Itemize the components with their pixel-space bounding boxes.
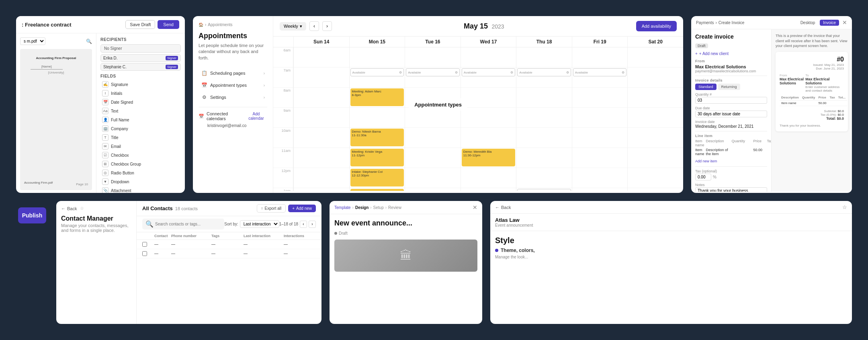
field-checkbox-label: Checkbox <box>111 153 129 158</box>
zoom-select[interactable]: s m.pdf <box>20 37 45 45</box>
invoice-from-to: From Max Electrical Solutions To Max Ele… <box>780 74 844 92</box>
event-type-label: Event announcement <box>495 223 533 227</box>
line-item-label: Line item <box>695 134 767 138</box>
available-fri-7am[interactable]: Available ⚙ <box>573 68 627 76</box>
all-contacts-title: All Contacts <box>142 205 173 211</box>
signer2-badge: Signer <box>166 65 178 69</box>
event-demo-nitesh[interactable]: Demo: Nitesh Barna11-11:30a <box>350 129 404 146</box>
available-mon-7am[interactable]: Available ⚙ <box>350 68 404 76</box>
sort-select[interactable]: Last interaction <box>240 220 279 228</box>
desktop-view-tab[interactable]: Desktop <box>797 20 819 26</box>
save-draft-button[interactable]: Save Draft <box>125 20 155 29</box>
next-week-button[interactable]: › <box>322 21 332 31</box>
contract-zoom-row: s m.pdf 🔍 <box>20 37 92 45</box>
returning-tab[interactable]: Returning <box>718 84 740 90</box>
row-checkbox[interactable] <box>142 251 147 256</box>
add-client-button[interactable]: + + Add new client <box>695 51 729 56</box>
next-page-button[interactable]: › <box>309 221 316 228</box>
quantity-input[interactable] <box>695 97 767 104</box>
field-checkbox[interactable]: ☑ Checkbox <box>100 151 181 160</box>
style-back-button[interactable]: ← Back <box>495 205 511 210</box>
row-checkbox[interactable] <box>142 242 147 247</box>
due-date-input[interactable] <box>695 111 767 117</box>
calendar-body: 6am 7am 8am 9am 10am 11am 12pm 1pm 2pm <box>273 47 683 191</box>
field-initials[interactable]: I Initials <box>100 89 181 98</box>
notes-input[interactable] <box>695 187 767 192</box>
field-company[interactable]: 🏢 Company <box>100 124 181 133</box>
invoice-details-label: Invoice details <box>695 78 767 82</box>
setup-link[interactable]: Setup <box>373 205 384 210</box>
calendar-grid: Sun 14 Mon 15 Tue 16 Wed 17 Thu 18 <box>273 37 683 191</box>
payments-link[interactable]: Payments <box>696 20 714 25</box>
add-availability-button[interactable]: Add availability <box>636 21 677 31</box>
add-item-button[interactable]: Add new item <box>695 159 717 163</box>
weekly-view-button[interactable]: Weekly ▾ <box>280 22 306 31</box>
contact-manager-title: Contact Manager <box>61 215 131 222</box>
publish-button[interactable]: Publish <box>18 207 46 223</box>
no-signer-button[interactable]: No Signer <box>100 44 181 53</box>
invoice-close-button[interactable]: ✕ <box>842 19 847 26</box>
preview-notes: Thank you for your business. <box>780 124 844 127</box>
day-header-wed: Wed 17 <box>461 37 516 47</box>
standard-tab[interactable]: Standard <box>695 84 717 90</box>
event-meeting-adam[interactable]: Meeting: Adam Marc8-9pm <box>350 88 404 106</box>
event-meeting-adam2[interactable]: Meeting: Adam Marc1-2pm <box>350 189 404 191</box>
style-bookmark-icon[interactable]: ☆ <box>842 204 847 210</box>
scheduling-icon: 📋 <box>201 70 207 76</box>
back-arrow-icon: ← <box>61 206 66 211</box>
available-fri-icon: ⚙ <box>622 71 624 74</box>
event-body: New event announce... Draft 🏛 <box>330 214 482 305</box>
available-options-icon: ⚙ <box>399 71 402 74</box>
contacts-table-header: Contact Phone number Tags Last interacti… <box>137 232 321 240</box>
event-intake-stephanie[interactable]: Intake: Stephanie Col12-12:30pm <box>350 169 404 186</box>
calendar-days-header: Sun 14 Mon 15 Tue 16 Wed 17 Thu 18 <box>273 37 683 47</box>
template-link[interactable]: Template <box>334 205 351 210</box>
field-date-signed[interactable]: 📅 Date Signed <box>100 98 181 107</box>
event-header: Template › Design › Setup › Review ✕ <box>330 201 482 214</box>
field-checkbox-group[interactable]: ⊞ Checkbox Group <box>100 160 181 168</box>
create-invoice-link[interactable]: Create Invoice <box>719 20 744 25</box>
add-calendar-button[interactable]: Add calendar <box>245 112 267 121</box>
prev-page-button[interactable]: ‹ <box>300 221 307 228</box>
field-signature[interactable]: ✍ Signature <box>100 80 181 89</box>
invoice-preview: This is a preview of the invoice that yo… <box>772 29 852 192</box>
field-fullname[interactable]: 👤 Full Name <box>100 115 181 124</box>
style-firm-row: Atlas Law Event announcement <box>490 214 852 231</box>
event-demo-meredith[interactable]: Demo: Meredith Bla11:30-12pm <box>462 149 516 166</box>
available-tue-7am[interactable]: Available ⚙ <box>406 68 460 76</box>
appointments-sidebar: 🏠 › Appointments Appointments Let people… <box>193 16 273 193</box>
export-button[interactable]: ↑ Export all <box>257 204 286 213</box>
search-input[interactable] <box>155 222 221 226</box>
prev-week-button[interactable]: ‹ <box>309 21 319 31</box>
field-dropdown-label: Dropdown <box>111 180 129 184</box>
table-row[interactable]: — — — — — <box>137 249 321 258</box>
invoice-view-tab[interactable]: Invoice <box>820 20 839 26</box>
contacts-toolbar: All Contacts 18 contacts ↑ Export all + … <box>137 201 321 216</box>
contract-panel: : Freelance contract Save Draft Send s m… <box>16 16 185 193</box>
tax-input[interactable] <box>695 174 711 180</box>
review-link[interactable]: Review <box>388 205 401 210</box>
field-text[interactable]: Aa Text <box>100 107 181 115</box>
phone: — <box>171 251 211 256</box>
back-button[interactable]: ← Back ☆ <box>61 206 131 211</box>
field-radio[interactable]: ◎ Radio Button <box>100 168 181 177</box>
event-meeting-kristin[interactable]: Meeting: Kristin Vega11-12pm <box>350 149 404 166</box>
notes-field: Notes <box>695 183 767 192</box>
table-row[interactable]: — — — — — <box>137 240 321 249</box>
design-link: Design <box>355 205 368 210</box>
field-email[interactable]: ✉ Email <box>100 142 181 151</box>
field-title[interactable]: T Title <box>100 133 181 142</box>
send-button[interactable]: Send <box>158 20 179 29</box>
add-new-contact-button[interactable]: + Add new <box>288 205 316 212</box>
available-thu-7am[interactable]: Available ⚙ <box>517 68 571 76</box>
scheduling-pages-item[interactable]: 📋 Scheduling pages › <box>199 68 267 79</box>
available-wed-7am[interactable]: Available ⚙ <box>462 68 516 76</box>
weekly-chevron-icon: ▾ <box>300 24 302 29</box>
available-thu-1pm[interactable]: Available ⚙ <box>517 189 571 191</box>
event-close-button[interactable]: ✕ <box>473 204 477 211</box>
field-attachment[interactable]: 📎 Attachment <box>100 186 181 193</box>
settings-item[interactable]: ⚙ Settings › <box>199 92 267 103</box>
appointment-types-item[interactable]: 📅 Appointment types › <box>199 80 267 91</box>
due-date-field: Due date <box>695 106 767 117</box>
field-dropdown[interactable]: ▼ Dropdown <box>100 177 181 186</box>
